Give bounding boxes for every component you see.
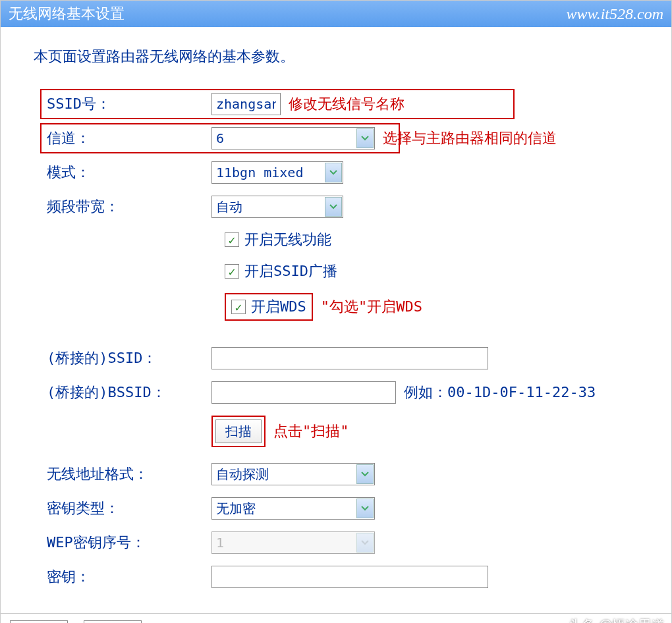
addr-format-select-wrap[interactable]: 自动探测 bbox=[211, 463, 375, 485]
bridge-bssid-row: (桥接的)BSSID： 例如：00-1D-0F-11-22-33 bbox=[34, 381, 645, 404]
save-button[interactable]: 保存 bbox=[10, 620, 68, 623]
wds-highlight-box: 开启WDS bbox=[225, 293, 313, 321]
header-url: www.it528.com bbox=[566, 5, 663, 23]
ssid-broadcast-checkbox-label: 开启SSID广播 bbox=[244, 261, 337, 281]
mode-select-wrap[interactable]: 11bgn mixed bbox=[211, 161, 343, 184]
ssid-broadcast-checkbox[interactable] bbox=[225, 264, 239, 279]
addr-format-label: 无线地址格式： bbox=[34, 464, 211, 484]
wds-checkbox-label: 开启WDS bbox=[251, 297, 306, 317]
watermark: 头条 @悟途思道 bbox=[569, 616, 665, 623]
channel-select-wrap[interactable]: 6 bbox=[211, 127, 375, 149]
mode-label: 模式： bbox=[34, 163, 211, 182]
ssid-broadcast-checkbox-row: 开启SSID广播 bbox=[225, 261, 645, 281]
scan-row: 扫描 点击"扫描" bbox=[211, 416, 645, 447]
bandwidth-label: 频段带宽： bbox=[34, 197, 211, 217]
wireless-checkbox[interactable] bbox=[225, 232, 239, 247]
wds-checkbox-row: 开启WDS "勾选"开启WDS bbox=[225, 293, 645, 321]
wireless-checkbox-row: 开启无线功能 bbox=[225, 230, 645, 250]
key-type-label: 密钥类型： bbox=[34, 499, 211, 518]
ssid-highlight-box bbox=[40, 89, 515, 119]
bridge-bssid-input[interactable] bbox=[211, 381, 396, 404]
help-button[interactable]: 帮助 bbox=[84, 620, 142, 623]
header-bar: 无线网络基本设置 www.it528.com bbox=[1, 1, 671, 27]
mode-select[interactable]: 11bgn mixed bbox=[211, 161, 343, 184]
ssid-row: SSID号： 修改无线信号名称 bbox=[34, 93, 645, 115]
bridge-bssid-label: (桥接的)BSSID： bbox=[34, 383, 211, 402]
wireless-checkbox-label: 开启无线功能 bbox=[244, 230, 331, 250]
wds-annotation: "勾选"开启WDS bbox=[321, 297, 422, 317]
ssid-annotation: 修改无线信号名称 bbox=[289, 94, 405, 114]
scan-annotation: 点击"扫描" bbox=[273, 421, 349, 441]
main-container: 无线网络基本设置 www.it528.com 本页面设置路由器无线网络的基本参数… bbox=[0, 0, 672, 623]
channel-select[interactable]: 6 bbox=[211, 127, 375, 149]
bridge-ssid-label: (桥接的)SSID： bbox=[34, 348, 211, 368]
key-row: 密钥： bbox=[34, 566, 645, 588]
scan-button[interactable]: 扫描 bbox=[215, 420, 262, 443]
bandwidth-row: 频段带宽： 自动 bbox=[34, 196, 645, 218]
bssid-example: 例如：00-1D-0F-11-22-33 bbox=[404, 383, 596, 402]
wep-index-select: 1 bbox=[211, 531, 375, 554]
channel-annotation: 选择与主路由器相同的信道 bbox=[383, 128, 557, 148]
channel-row: 信道： 6 选择与主路由器相同的信道 bbox=[34, 127, 645, 149]
addr-format-row: 无线地址格式： 自动探测 bbox=[34, 463, 645, 485]
wep-index-select-wrap: 1 bbox=[211, 531, 375, 554]
mode-row: 模式： 11bgn mixed bbox=[34, 161, 645, 184]
addr-format-select[interactable]: 自动探测 bbox=[211, 463, 375, 485]
bridge-ssid-input[interactable] bbox=[211, 347, 488, 369]
key-type-select[interactable]: 无加密 bbox=[211, 497, 375, 520]
key-type-row: 密钥类型： 无加密 bbox=[34, 497, 645, 520]
key-type-select-wrap[interactable]: 无加密 bbox=[211, 497, 375, 520]
bridge-ssid-row: (桥接的)SSID： bbox=[34, 347, 645, 369]
key-input[interactable] bbox=[211, 566, 488, 588]
page-description: 本页面设置路由器无线网络的基本参数。 bbox=[34, 47, 645, 67]
wds-checkbox[interactable] bbox=[231, 300, 246, 314]
scan-highlight-box: 扫描 bbox=[211, 416, 266, 447]
key-label: 密钥： bbox=[34, 567, 211, 587]
wep-index-label: WEP密钥序号： bbox=[34, 533, 211, 553]
page-title: 无线网络基本设置 bbox=[9, 4, 125, 24]
content-area: 本页面设置路由器无线网络的基本参数。 SSID号： 修改无线信号名称 信道： 6… bbox=[1, 27, 671, 613]
wep-index-row: WEP密钥序号： 1 bbox=[34, 531, 645, 554]
bandwidth-select-wrap[interactable]: 自动 bbox=[211, 196, 343, 218]
bandwidth-select[interactable]: 自动 bbox=[211, 196, 343, 218]
